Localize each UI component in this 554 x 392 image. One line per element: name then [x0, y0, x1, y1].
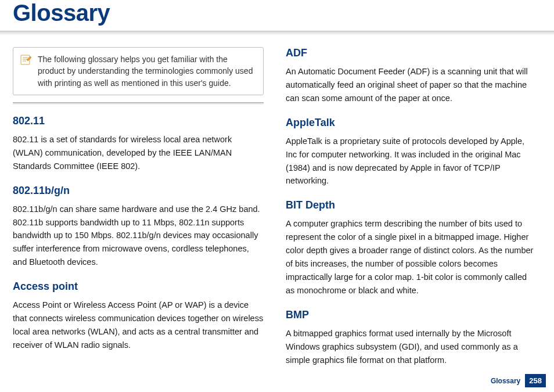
title-underline — [0, 31, 554, 35]
entry-80211bgn: 802.11b/g/n 802.11b/g/n can share same h… — [13, 185, 264, 269]
page-title: Glossary — [13, 0, 554, 26]
term-heading: BMP — [286, 309, 537, 321]
note-icon — [19, 53, 32, 66]
page-footer: Glossary 258 — [491, 374, 546, 387]
entry-access-point: Access point Access Point or Wireless Ac… — [13, 280, 264, 352]
term-definition: Access Point or Wireless Access Point (A… — [13, 299, 264, 352]
entry-80211: 802.11 802.11 is a set of standards for … — [13, 115, 264, 173]
entry-bmp: BMP A bitmapped graphics format used int… — [286, 309, 537, 367]
term-heading: 802.11 — [13, 115, 264, 127]
term-heading: AppleTalk — [286, 117, 537, 129]
term-definition: A computer graphics term describing the … — [286, 217, 537, 297]
note-rule — [13, 102, 264, 105]
right-column: ADF An Automatic Document Feeder (ADF) i… — [286, 47, 537, 379]
term-definition: AppleTalk is a proprietary suite of prot… — [286, 135, 537, 188]
title-bar: Glossary — [0, 0, 554, 30]
term-heading: Access point — [13, 280, 264, 293]
term-definition: A bitmapped graphics format used interna… — [286, 327, 537, 367]
footer-section: Glossary — [491, 377, 520, 385]
left-column: The following glossary helps you get fam… — [13, 47, 264, 379]
entry-adf: ADF An Automatic Document Feeder (ADF) i… — [286, 47, 537, 105]
note-text: The following glossary helps you get fam… — [38, 53, 256, 89]
entry-appletalk: AppleTalk AppleTalk is a proprietary sui… — [286, 117, 537, 188]
term-heading: BIT Depth — [286, 199, 537, 211]
term-heading: ADF — [286, 47, 537, 59]
term-definition: 802.11b/g/n can share same hardware and … — [13, 203, 264, 269]
footer-page-number: 258 — [525, 374, 546, 387]
content-columns: The following glossary helps you get fam… — [0, 35, 554, 379]
term-heading: 802.11b/g/n — [13, 185, 264, 197]
note-box: The following glossary helps you get fam… — [13, 47, 264, 95]
term-definition: An Automatic Document Feeder (ADF) is a … — [286, 65, 537, 105]
term-definition: 802.11 is a set of standards for wireles… — [13, 133, 264, 173]
entry-bit-depth: BIT Depth A computer graphics term descr… — [286, 199, 537, 297]
